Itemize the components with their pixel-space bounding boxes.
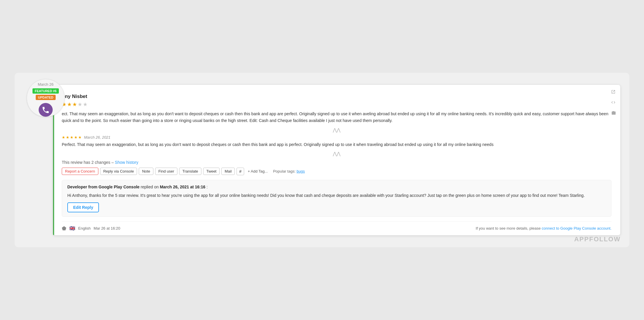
developer-reply-text: Hi Anthony, thanks for the 5 star review… <box>67 192 606 199</box>
card-footer: ⬟ 🇬🇧 English Mar 26 at 16:20 If you want… <box>62 221 612 235</box>
appfollow-watermark: APPFOLLOW <box>574 235 621 243</box>
tweet-button[interactable]: Tweet <box>203 168 220 175</box>
footer-cta-link[interactable]: connect to Google Play Console account. <box>542 226 612 230</box>
review-text: ect. That may seem an exaggeration, but … <box>62 111 612 124</box>
review-card: March 26 FEATURED #6 UPDATED ony Nisbe <box>53 85 621 235</box>
history-note-text: This review has 2 changes – <box>62 160 114 165</box>
history-note: This review has 2 changes – Show history <box>62 160 612 165</box>
footer-right: If you want to see more details, please … <box>476 226 612 230</box>
popular-tags-bugs-link[interactable]: bugs <box>297 169 305 173</box>
reply-colon: : <box>206 185 208 189</box>
mail-button[interactable]: Mail <box>221 168 235 175</box>
camera-icon[interactable] <box>609 109 617 117</box>
language-label: English <box>78 226 91 230</box>
review-header: ony Nisbet <box>62 91 612 99</box>
footer-left: ⬟ 🇬🇧 English Mar 26 at 16:20 <box>62 225 120 232</box>
orig-star-3: ★ <box>70 135 73 140</box>
replied-on-text: replied on <box>141 185 160 189</box>
dev-name: Developer from Google Play Console <box>67 185 140 189</box>
badge-updated: UPDATED <box>36 95 56 100</box>
orig-star-2: ★ <box>66 135 69 140</box>
edit-reply-button[interactable]: Edit Reply <box>67 202 99 212</box>
hash-button[interactable]: # <box>237 168 244 175</box>
star-5: ★ <box>83 101 88 108</box>
code-icon[interactable] <box>609 98 617 106</box>
badge-featured: FEATURED #6 <box>32 88 59 94</box>
translate-button[interactable]: Translate <box>179 168 201 175</box>
chevron-up-divider-1[interactable]: ⋀⋀ <box>62 127 612 133</box>
popular-tags-label: Popular tags: bugs <box>273 169 305 173</box>
orig-star-5: ★ <box>78 135 82 140</box>
note-button[interactable]: Note <box>139 168 153 175</box>
footer-cta-prefix: If you want to see more details, please <box>476 226 541 230</box>
find-user-button[interactable]: Find user <box>155 168 177 175</box>
developer-reply-section: Developer from Google Play Console repli… <box>62 180 612 217</box>
developer-reply-header: Developer from Google Play Console repli… <box>67 184 606 190</box>
orig-star-1: ★ <box>62 135 65 140</box>
original-meta: ★ ★ ★ ★ ★ March 26, 2021 <box>62 135 612 140</box>
show-history-link[interactable]: Show history <box>115 160 138 165</box>
star-4: ★ <box>78 101 82 108</box>
app-icon <box>39 103 53 117</box>
report-concern-button[interactable]: Report a Concern <box>62 168 98 175</box>
phone-icon <box>42 106 50 114</box>
date-label: March 26 <box>38 82 54 87</box>
outer-container: March 26 FEATURED #6 UPDATED ony Nisbe <box>15 73 629 247</box>
add-tag-button[interactable]: + Add Tag... <box>246 168 270 175</box>
reply-date: March 26, 2021 at 16:16 <box>160 185 205 189</box>
android-icon: ⬟ <box>62 225 66 232</box>
actions-row: Report a Concern Reply via Console Note … <box>62 168 612 175</box>
footer-datetime: Mar 26 at 16:20 <box>94 226 120 230</box>
star-2: ★ <box>67 101 72 108</box>
stars-row: ★ ★ ★ ★ ★ <box>62 101 612 108</box>
star-3: ★ <box>72 101 77 108</box>
orig-star-4: ★ <box>74 135 78 140</box>
original-date: March 26, 2021 <box>84 135 110 140</box>
reply-via-console-button[interactable]: Reply via Console <box>100 168 137 175</box>
chevron-up-divider-2[interactable]: ⋀⋀ <box>62 151 612 156</box>
avatar-circle: March 26 FEATURED #6 UPDATED <box>27 79 65 117</box>
external-link-icon[interactable] <box>609 88 617 96</box>
flag-icon: 🇬🇧 <box>69 226 75 231</box>
popular-tags-text: Popular tags: <box>273 169 296 173</box>
card-top-icons <box>609 88 617 117</box>
original-text: Perfect. That may seem an exaggeration, … <box>62 141 612 148</box>
original-stars: ★ ★ ★ ★ ★ <box>62 135 82 140</box>
reviewer-name: ony Nisbet <box>62 94 87 99</box>
original-review: ★ ★ ★ ★ ★ March 26, 2021 Perfect. That m… <box>62 135 612 148</box>
